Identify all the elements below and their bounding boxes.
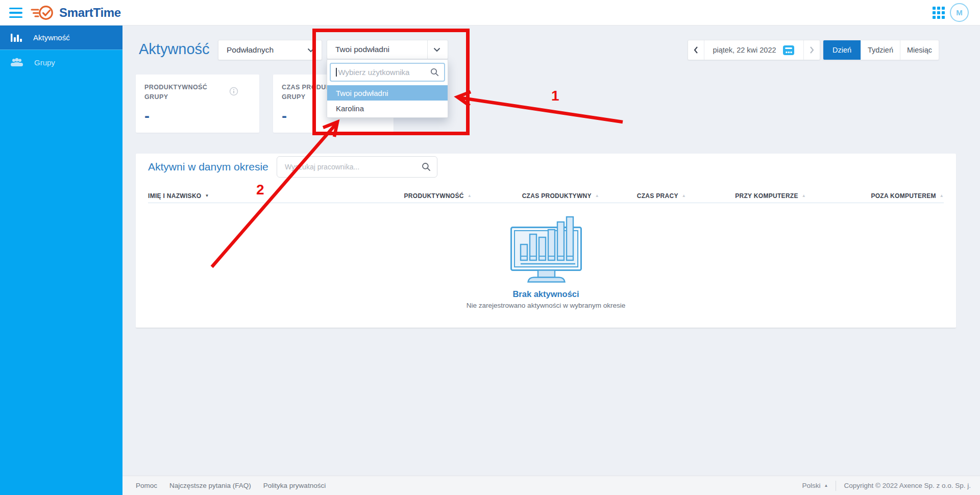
dropdown-option-twoi-podwladni[interactable]: Twoi podwładni	[327, 85, 448, 101]
sidebar-item-activity[interactable]: Aktywność	[0, 26, 122, 50]
page-title: Aktywność	[139, 41, 210, 58]
table-header-row: IMIĘ I NAZWISKO ▼ PRODUKTYWNOŚĆ ▲ CZAS P…	[148, 189, 944, 203]
sidebar-item-groups[interactable]: Grupy	[0, 50, 122, 75]
column-header-away-from-computer[interactable]: POZA KOMPUTEREM ▲	[806, 192, 944, 200]
sort-desc-icon: ▼	[205, 194, 209, 198]
language-selector[interactable]: Polski ▲	[802, 482, 828, 489]
copyright-text: Copyright © 2022 Axence Sp. z o.o. Sp. j…	[844, 482, 971, 489]
user-search-input[interactable]: Wybierz użytkownika	[330, 63, 445, 82]
language-value: Polski	[802, 482, 820, 489]
employee-search-input[interactable]	[277, 156, 437, 178]
caret-up-icon: ▲	[824, 483, 828, 488]
group-type-select[interactable]: Podwładnych	[218, 40, 322, 60]
column-label: PRODUKTYWNOŚĆ	[404, 192, 464, 200]
annotation-label-1: 1	[551, 88, 559, 104]
footer-link-privacy[interactable]: Polityka prywatności	[263, 482, 326, 489]
user-search-placeholder: Wybierz użytkownika	[338, 68, 431, 77]
date-display[interactable]: piątek, 22 kwi 2022	[704, 40, 804, 60]
employee-search	[277, 156, 437, 178]
calendar-icon[interactable]	[782, 43, 795, 57]
app-name: SmartTime	[59, 6, 121, 20]
smarttime-app: SmartTime M Aktywność	[0, 0, 980, 495]
user-select-value: Twoi podwładni	[335, 45, 389, 54]
column-label: CZAS PRODUKTYWNY	[522, 192, 592, 200]
column-label: PRZY KOMPUTERZE	[735, 192, 798, 200]
group-type-value: Podwładnych	[227, 45, 274, 55]
chevron-left-icon	[693, 46, 699, 54]
card-title: PRODUKTYWNOŚĆ GRUPY	[136, 75, 220, 102]
avatar[interactable]: M	[950, 3, 969, 22]
card-value: -	[144, 107, 150, 125]
info-icon[interactable]	[229, 87, 238, 96]
sidebar-item-label: Grupy	[34, 58, 55, 67]
previous-day-button[interactable]	[688, 40, 704, 60]
activity-chart-icon	[10, 33, 22, 43]
footer-link-faq[interactable]: Najczęstsze pytania (FAQ)	[169, 482, 251, 489]
sort-asc-icon: ▲	[595, 194, 599, 198]
search-icon[interactable]	[422, 162, 431, 171]
footer-link-help[interactable]: Pomoc	[136, 482, 157, 489]
column-header-name[interactable]: IMIĘ I NAZWISKO ▼	[148, 192, 303, 200]
no-activity-illustration	[510, 214, 582, 283]
empty-state-subtitle: Nie zarejestrowano aktywności w wybranym…	[136, 302, 956, 309]
column-header-productivity[interactable]: PRODUKTYWNOŚĆ ▲	[303, 192, 472, 200]
smarttime-logo-icon	[31, 4, 54, 21]
footer: Pomoc Najczęstsze pytania (FAQ) Polityka…	[122, 476, 980, 495]
view-week-button[interactable]: Tydzień	[861, 40, 900, 60]
sort-asc-icon: ▲	[802, 194, 806, 198]
app-logo: SmartTime	[31, 4, 121, 21]
user-dropdown-panel: Wybierz użytkownika Twoi podwładni Karol…	[327, 59, 448, 118]
sort-asc-icon: ▲	[468, 194, 472, 198]
avatar-initial: M	[956, 8, 963, 17]
footer-right: Polski ▲ Copyright © 2022 Axence Sp. z o…	[802, 481, 971, 491]
column-header-at-computer[interactable]: PRZY KOMPUTERZE ▲	[686, 192, 806, 200]
card-value: -	[282, 107, 287, 125]
annotation-arrow-1	[457, 92, 623, 122]
column-header-work-time[interactable]: CZAS PRACY ▲	[599, 192, 686, 200]
sort-asc-icon: ▲	[940, 194, 944, 198]
section-heading: Aktywni w danym okresie	[148, 161, 268, 173]
view-month-button[interactable]: Miesiąc	[900, 40, 939, 60]
view-day-button[interactable]: Dzień	[823, 40, 861, 60]
date-navigation: piątek, 22 kwi 2022	[688, 40, 820, 60]
next-day-button[interactable]	[804, 40, 820, 60]
column-label: POZA KOMPUTEREM	[871, 192, 936, 200]
apps-grid-icon[interactable]	[933, 7, 945, 19]
chevron-right-icon	[809, 46, 815, 54]
active-employees-panel: Aktywni w danym okresie IMIĘ I NAZWISKO …	[136, 154, 956, 328]
sidebar-item-label: Aktywność	[33, 33, 70, 42]
text-caret	[336, 68, 337, 77]
sidebar: Aktywność Grupy	[0, 26, 122, 495]
dropdown-option-karolina[interactable]: Karolina	[327, 101, 448, 116]
current-date: piątek, 22 kwi 2022	[713, 46, 776, 54]
empty-state-title: Brak aktywności	[136, 289, 956, 299]
column-label: CZAS PRACY	[637, 192, 678, 200]
user-select[interactable]: Twoi podwładni	[327, 40, 448, 59]
group-productivity-card: PRODUKTYWNOŚĆ GRUPY -	[136, 75, 259, 133]
groups-icon	[10, 58, 23, 67]
empty-state: Brak aktywności Nie zarejestrowano aktyw…	[136, 214, 956, 309]
chevron-down-icon	[427, 40, 440, 59]
hamburger-menu-icon[interactable]	[9, 8, 22, 18]
sort-asc-icon: ▲	[682, 194, 686, 198]
chevron-down-icon	[307, 48, 314, 53]
view-toggle: Dzień Tydzień Miesiąc	[823, 40, 939, 60]
top-bar: SmartTime M	[0, 0, 980, 26]
footer-divider	[836, 481, 836, 491]
column-header-productive-time[interactable]: CZAS PRODUKTYWNY ▲	[472, 192, 599, 200]
column-label: IMIĘ I NAZWISKO	[148, 192, 202, 200]
search-icon	[430, 68, 439, 77]
